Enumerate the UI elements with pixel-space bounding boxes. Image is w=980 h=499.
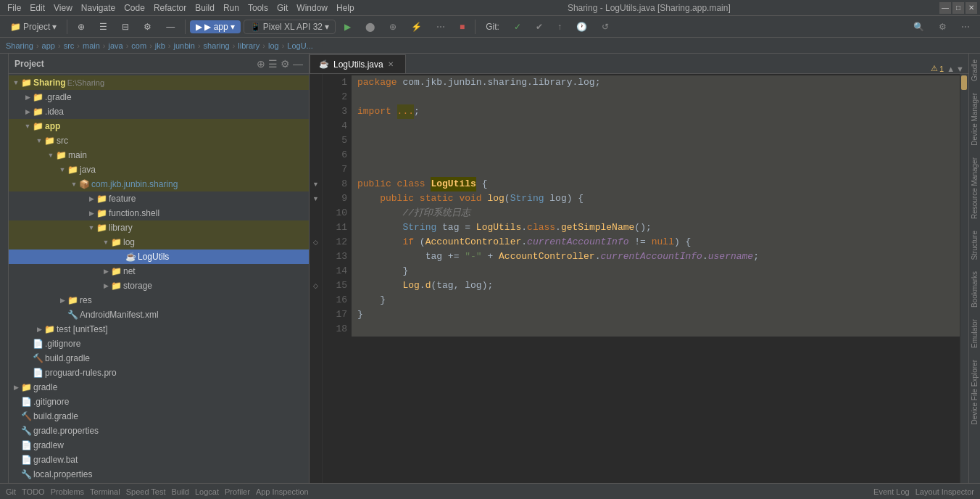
tree-item-main[interactable]: ▼ 📁 main: [9, 148, 309, 162]
tree-item-src[interactable]: ▼ 📁 src: [9, 133, 309, 148]
breadcrumb-logutils[interactable]: LogU...: [287, 41, 312, 50]
menu-view[interactable]: View: [49, 1, 77, 15]
close-button[interactable]: ✕: [966, 2, 977, 14]
fold-button[interactable]: ⊟: [116, 20, 135, 33]
maximize-button[interactable]: □: [952, 2, 964, 14]
tree-item-function-shell[interactable]: ▶ 📁 function.shell: [9, 206, 309, 220]
git-revert-button[interactable]: ↺: [596, 20, 615, 33]
menu-git[interactable]: Git: [273, 1, 292, 15]
breadcrumb-jkb[interactable]: jkb: [155, 41, 165, 50]
coverage-button[interactable]: ⊕: [383, 20, 402, 33]
tree-item-build-gradle-root[interactable]: 🔨 build.gradle: [9, 409, 309, 424]
status-todo[interactable]: TODO: [22, 487, 45, 496]
panel-settings-btn[interactable]: ⚙: [281, 58, 290, 70]
tree-item-proguard[interactable]: 📄 proguard-rules.pro: [9, 366, 309, 380]
git-push-button[interactable]: ↑: [552, 20, 568, 33]
breadcrumb-java[interactable]: java: [108, 41, 122, 50]
menu-run[interactable]: Run: [219, 1, 244, 15]
warning-nav-down[interactable]: ▼: [956, 65, 964, 73]
menu-tools[interactable]: Tools: [244, 1, 273, 15]
status-speed-test[interactable]: Speed Test: [126, 487, 166, 496]
emulator-side-tab[interactable]: Emulator: [969, 313, 980, 354]
status-problems[interactable]: Problems: [51, 487, 84, 496]
tree-item-gradle[interactable]: ▶ 📁 .gradle: [9, 90, 309, 104]
breadcrumb-log[interactable]: log: [268, 41, 279, 50]
device-dropdown[interactable]: 📱 Pixel XL API 32 ▾: [244, 20, 336, 34]
breadcrumb-src[interactable]: src: [64, 41, 75, 50]
menu-help[interactable]: Help: [332, 1, 359, 15]
project-dropdown[interactable]: 📁 Project ▾: [4, 20, 62, 33]
editor-scrollbar[interactable]: [960, 74, 968, 483]
breadcrumb-junbin[interactable]: junbin: [174, 41, 195, 50]
tree-item-res[interactable]: ▶ 📁 res: [9, 293, 309, 308]
tab-close-button[interactable]: ✕: [388, 60, 394, 68]
search-everywhere-button[interactable]: 🔍: [908, 20, 930, 33]
status-profiler[interactable]: Profiler: [225, 487, 250, 496]
tree-item-library[interactable]: ▼ 📁 library: [9, 220, 309, 235]
status-app-inspection[interactable]: App Inspection: [256, 487, 309, 496]
code-content[interactable]: package com.jkb.junbin.sharing.library.l…: [352, 74, 960, 483]
tree-item-idea[interactable]: ▶ 📁 .idea: [9, 104, 309, 119]
profile-button[interactable]: ⚡: [405, 20, 428, 33]
status-logcat[interactable]: Logcat: [195, 487, 219, 496]
menu-edit[interactable]: Edit: [25, 1, 49, 15]
tree-item-gradlew-bat[interactable]: 📄 gradlew.bat: [9, 453, 309, 467]
breadcrumb-app[interactable]: app: [42, 41, 55, 50]
resource-manager-side-tab[interactable]: Resource Manager: [969, 152, 980, 225]
status-event-log[interactable]: Event Log: [873, 487, 910, 496]
debug-button[interactable]: ⬤: [360, 20, 381, 33]
tree-item-gradle-properties[interactable]: 🔧 gradle.properties: [9, 424, 309, 438]
device-manager-side-tab[interactable]: Device Manager: [969, 87, 980, 152]
minimize-button[interactable]: —: [939, 2, 951, 14]
run-button[interactable]: ▶: [339, 20, 357, 33]
tree-item-net[interactable]: ▶ 📁 net: [9, 264, 309, 279]
panel-sync-btn[interactable]: ⊕: [257, 58, 265, 70]
structure-side-tab[interactable]: Structure: [969, 225, 980, 266]
run-config-dropdown[interactable]: ▶ ▶ app ▾: [190, 20, 240, 33]
tree-item-logutils[interactable]: ☕ LogUtils: [9, 249, 309, 264]
panel-minimize-btn[interactable]: —: [293, 58, 303, 70]
tree-item-app[interactable]: ▼ 📁 app: [9, 119, 309, 133]
editor-tab-logutils[interactable]: ☕ LogUtils.java ✕: [310, 54, 406, 73]
git-history-button[interactable]: 🕐: [570, 20, 593, 33]
warning-nav-up[interactable]: ▲: [947, 65, 955, 73]
settings-main-button[interactable]: ⚙: [933, 20, 952, 33]
git-check-button[interactable]: ✓: [508, 20, 527, 33]
bookmarks-side-tab[interactable]: Bookmarks: [969, 265, 980, 313]
tree-item-log[interactable]: ▼ 📁 log: [9, 235, 309, 249]
minimize-panel-button[interactable]: —: [160, 20, 180, 33]
menu-code[interactable]: Code: [120, 1, 149, 15]
tree-item-build-gradle-app[interactable]: 🔨 build.gradle: [9, 351, 309, 366]
stop-button[interactable]: ■: [454, 20, 470, 33]
tree-item-com-pkg[interactable]: ▼ 📦 com.jkb.junbin.sharing: [9, 177, 309, 191]
status-layout-inspector[interactable]: Layout Inspector: [915, 487, 974, 496]
menu-navigate[interactable]: Navigate: [77, 1, 120, 15]
menu-file[interactable]: File: [3, 1, 25, 15]
breadcrumb-sharing[interactable]: Sharing: [6, 41, 33, 50]
structure-button[interactable]: ☰: [94, 20, 113, 33]
breadcrumb-sharing2[interactable]: sharing: [204, 41, 230, 50]
status-git[interactable]: Git: [6, 487, 16, 496]
tree-item-test[interactable]: ▶ 📁 test [unitTest]: [9, 322, 309, 337]
gradle-side-tab[interactable]: Gradle: [969, 54, 980, 87]
tree-item-gitignore-app[interactable]: 📄 .gitignore: [9, 337, 309, 351]
menu-refactor[interactable]: Refactor: [149, 1, 191, 15]
tree-item-sharing-root[interactable]: ▼ 📁 Sharing E:\Sharing: [9, 75, 309, 90]
tree-item-java[interactable]: ▼ 📁 java: [9, 162, 309, 177]
git-commit-button[interactable]: ✔: [530, 20, 549, 33]
git-label-btn[interactable]: Git:: [480, 20, 505, 33]
tree-item-local-props[interactable]: 🔧 local.properties: [9, 467, 309, 482]
tree-item-androidmanifest[interactable]: 🔧 AndroidManifest.xml: [9, 308, 309, 322]
breadcrumb-com[interactable]: com: [131, 41, 146, 50]
tree-item-gradlew[interactable]: 📄 gradlew: [9, 438, 309, 453]
tree-item-gradle-root[interactable]: ▶ 📁 gradle: [9, 380, 309, 395]
more-run-button[interactable]: ⋯: [431, 20, 451, 33]
status-build[interactable]: Build: [172, 487, 189, 496]
menu-build[interactable]: Build: [191, 1, 219, 15]
panel-collapse-btn[interactable]: ☰: [268, 58, 278, 70]
settings-button[interactable]: ⚙: [138, 20, 157, 33]
breadcrumb-library[interactable]: library: [238, 41, 259, 50]
tree-item-storage[interactable]: ▶ 📁 storage: [9, 279, 309, 293]
tree-item-feature[interactable]: ▶ 📁 feature: [9, 191, 309, 206]
tree-item-gitignore-root[interactable]: 📄 .gitignore: [9, 395, 309, 409]
